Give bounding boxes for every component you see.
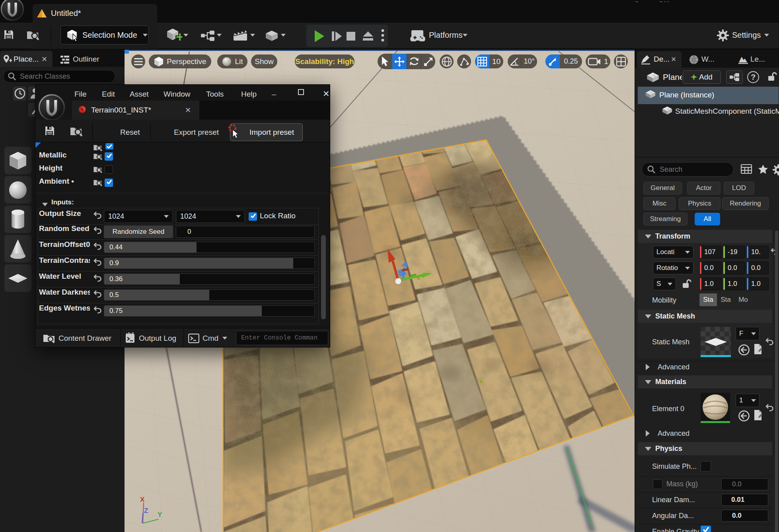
svg-text:X: X [140,496,145,503]
svg-text:Z: Z [144,507,148,515]
svg-text:Y: Y [158,511,162,518]
